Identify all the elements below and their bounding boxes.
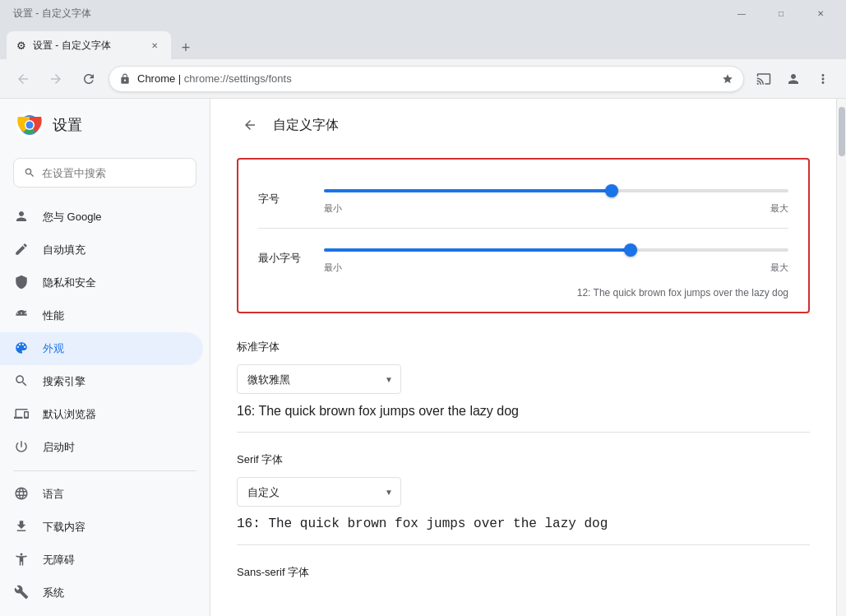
page-back-icon — [243, 118, 257, 132]
reload-button[interactable] — [76, 66, 102, 92]
standard-font-preview: 16: The quick brown fox jumps over the l… — [237, 404, 810, 419]
nav-actions — [751, 66, 836, 92]
sidebar-item-search[interactable]: 搜索引擎 — [0, 365, 203, 398]
minimize-button[interactable]: — — [723, 0, 760, 26]
serif-font-section: Serif 字体 自定义 宋体 Times New Roman Georgia … — [237, 439, 810, 544]
sidebar-label-language: 语言 — [43, 487, 64, 502]
nav-bar: Chrome | chrome://settings/fonts — [0, 59, 846, 99]
sidebar: 设置 您与 Google 自动填充 — [0, 99, 210, 616]
title-bar: 设置 - 自定义字体 — □ ✕ — [0, 0, 846, 26]
download-icon — [13, 519, 30, 536]
autofill-icon — [13, 242, 30, 259]
power-icon — [13, 439, 30, 456]
sidebar-divider-1 — [13, 470, 196, 471]
sidebar-label-system: 系统 — [43, 586, 64, 600]
maximize-button[interactable]: □ — [762, 0, 800, 26]
close-button[interactable]: ✕ — [802, 0, 839, 26]
tab-title: 设置 - 自定义字体 — [33, 39, 141, 53]
active-tab[interactable]: ⚙ 设置 - 自定义字体 ✕ — [7, 31, 171, 59]
forward-icon — [49, 72, 63, 86]
search-engine-icon — [13, 373, 30, 391]
serif-font-select[interactable]: 自定义 宋体 Times New Roman Georgia — [237, 477, 401, 507]
address-bar[interactable]: Chrome | chrome://settings/fonts — [109, 66, 744, 92]
performance-icon — [13, 308, 30, 325]
tab-close-button[interactable]: ✕ — [148, 39, 161, 52]
sidebar-label-search: 搜索引擎 — [43, 374, 86, 389]
font-preview-text: 12: The quick brown fox jumps over the l… — [258, 287, 788, 299]
font-size-max-label: 最大 — [770, 202, 788, 215]
svg-point-4 — [21, 553, 23, 555]
shield-icon — [13, 275, 30, 292]
font-size-slider-container: 最小 最大 — [324, 183, 788, 215]
min-font-size-slider-container: 最小 最大 — [324, 242, 788, 274]
sidebar-item-language[interactable]: 语言 — [0, 478, 203, 511]
star-icon[interactable] — [722, 73, 733, 85]
lock-icon — [119, 73, 131, 85]
sidebar-item-startup[interactable]: 启动时 — [0, 431, 203, 464]
sidebar-item-autofill[interactable]: 自动填充 — [0, 234, 203, 266]
right-scrollbar[interactable] — [836, 99, 846, 616]
menu-button[interactable] — [810, 66, 836, 92]
sidebar-label-performance: 性能 — [43, 308, 64, 323]
section-divider — [258, 228, 788, 229]
settings-title: 设置 — [53, 115, 82, 135]
sidebar-item-downloads[interactable]: 下载内容 — [0, 511, 203, 544]
min-font-size-min-label: 最小 — [324, 262, 342, 274]
window-controls: — □ ✕ — [723, 0, 839, 26]
serif-font-select-wrapper: 自定义 宋体 Times New Roman Georgia ▼ — [237, 477, 401, 507]
page-back-button[interactable] — [237, 112, 263, 138]
sidebar-label-privacy: 隐私和安全 — [43, 276, 96, 290]
sidebar-label-startup: 启动时 — [43, 440, 75, 455]
title-bar-left: 设置 - 自定义字体 — [7, 7, 91, 21]
profile-icon — [786, 72, 801, 86]
standard-font-select[interactable]: 微软雅黑 宋体 黑体 楷体 Arial Times New Roman — [237, 364, 401, 394]
search-bar[interactable] — [13, 158, 196, 188]
svg-point-3 — [26, 122, 34, 129]
sidebar-label-google-account: 您与 Google — [43, 210, 102, 225]
profile-button[interactable] — [780, 66, 807, 92]
sans-serif-font-section: Sans-serif 字体 — [237, 552, 810, 603]
accessibility-icon — [13, 552, 30, 569]
menu-icon — [816, 72, 830, 86]
cast-button[interactable] — [751, 66, 777, 92]
content-area: 自定义字体 字号 最小 — [210, 99, 836, 616]
sidebar-item-accessibility[interactable]: 无障碍 — [0, 544, 203, 577]
sidebar-item-reset[interactable]: 重置设置 — [0, 609, 203, 616]
sidebar-item-appearance[interactable]: 外观 — [0, 332, 203, 365]
page-header: 自定义字体 — [210, 99, 836, 151]
page-title: 自定义字体 — [273, 117, 339, 134]
palette-icon — [13, 340, 30, 358]
sidebar-item-system[interactable]: 系统 — [0, 577, 203, 609]
forward-button[interactable] — [43, 66, 69, 92]
serif-font-title: Serif 字体 — [237, 452, 810, 467]
sidebar-label-browser: 默认浏览器 — [43, 407, 96, 422]
sidebar-nav: 您与 Google 自动填充 隐私和安全 性能 — [0, 201, 210, 616]
search-input[interactable] — [42, 167, 186, 179]
tab-bar: ⚙ 设置 - 自定义字体 ✕ + — [0, 26, 846, 59]
font-size-section: 字号 最小 最大 — [237, 158, 810, 313]
sidebar-item-google-account[interactable]: 您与 Google — [0, 201, 203, 234]
search-icon — [24, 167, 35, 178]
sidebar-item-performance[interactable]: 性能 — [0, 299, 203, 332]
serif-font-preview: 16: The quick brown fox jumps over the l… — [237, 516, 810, 531]
back-icon — [16, 72, 30, 86]
person-icon — [13, 209, 30, 226]
font-size-label: 字号 — [258, 192, 324, 206]
cast-icon — [756, 72, 771, 86]
sidebar-item-browser[interactable]: 默认浏览器 — [0, 398, 203, 431]
min-font-size-track — [324, 242, 788, 258]
font-size-track — [324, 183, 788, 199]
sidebar-label-accessibility: 无障碍 — [43, 553, 75, 567]
wrench-icon — [13, 585, 30, 602]
address-text: Chrome | chrome://settings/fonts — [137, 72, 715, 85]
font-size-row: 字号 最小 最大 — [258, 173, 788, 225]
new-tab-button[interactable]: + — [174, 36, 197, 59]
sidebar-item-privacy[interactable]: 隐私和安全 — [0, 266, 203, 299]
tab-favicon: ⚙ — [16, 39, 26, 52]
scrollbar-thumb[interactable] — [839, 107, 845, 156]
section-divider-2 — [237, 432, 810, 433]
standard-font-title: 标准字体 — [237, 340, 810, 354]
sidebar-label-autofill: 自动填充 — [43, 243, 86, 257]
back-button[interactable] — [10, 66, 36, 92]
min-font-size-label: 最小字号 — [258, 251, 324, 266]
